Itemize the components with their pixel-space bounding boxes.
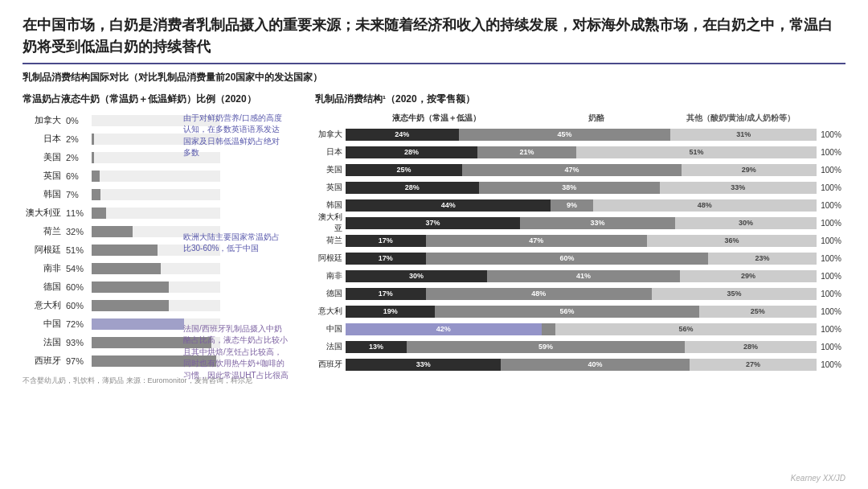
seg-cheese: 56% [435, 306, 698, 318]
stacked-country-label: 日本 [315, 146, 346, 158]
stacked-total: 100% [817, 130, 845, 139]
stacked-total: 100% [817, 343, 845, 351]
stacked-bar-row: 意大利19%56%25%100% [315, 304, 845, 319]
stacked-bar-row: 法国13%59%28%100% [315, 339, 845, 355]
page-title: 在中国市场，白奶是消费者乳制品摄入的重要来源；未来随着经济和收入的持续发展，对标… [23, 14, 845, 64]
bar-country-label: 西班牙 [23, 355, 61, 367]
seg-other: 48% [593, 199, 817, 212]
stacked-total: 100% [817, 201, 845, 210]
stacked-country-label: 南非 [315, 270, 346, 281]
right-chart-header: 液态牛奶（常温＋低温） 奶酪 其他（酸奶/黄油/成人奶粉等） [315, 113, 845, 124]
seg-cheese: 60% [426, 253, 709, 265]
stacked-bars: 24%45%31% [346, 129, 817, 141]
stacked-total: 100% [817, 148, 845, 157]
stacked-country-label: 韩国 [315, 199, 346, 211]
bar-track [92, 189, 220, 200]
left-panel: 常温奶占液态牛奶（常温奶＋低温鲜奶）比例（2020） 加拿大0%日本2%美国2%… [23, 92, 296, 386]
bar-fill [92, 152, 94, 163]
seg-other: 33% [660, 182, 817, 194]
bar-country-label: 意大利 [23, 299, 61, 311]
col-total-header [817, 113, 845, 124]
seg-cheese: 45% [459, 129, 671, 141]
seg-cheese [542, 323, 555, 335]
seg-cheese: 48% [426, 288, 652, 300]
stacked-bars: 25%47%29% [346, 164, 817, 176]
bar-fill [92, 244, 158, 256]
seg-liquid: 33% [346, 359, 501, 371]
bar-pct-label: 2% [66, 134, 88, 144]
kearney-logo: Kearney XX/JD [791, 474, 845, 483]
seg-liquid: 30% [346, 270, 487, 282]
stacked-bar-row: 中国42%56%100% [315, 322, 845, 337]
col-other-header: 其他（酸奶/黄油/成人奶粉等） [665, 113, 817, 124]
bar-country-label: 法国 [23, 336, 61, 348]
seg-other: 28% [685, 341, 817, 353]
page-subtitle: 乳制品消费结构国际对比（对比乳制品消费量前20国家中的发达国家） [23, 71, 845, 84]
seg-other: 23% [708, 253, 817, 265]
bar-country-label: 南非 [23, 262, 61, 274]
stacked-bar-row: 阿根廷17%60%23%100% [315, 251, 845, 266]
stacked-bars: 30%41%29% [346, 270, 817, 282]
left-panel-title: 常温奶占液态牛奶（常温奶＋低温鲜奶）比例（2020） [23, 92, 296, 106]
stacked-country-label: 中国 [315, 323, 346, 335]
bar-pct-label: 6% [66, 171, 88, 181]
bar-fill [92, 208, 106, 219]
stacked-country-label: 美国 [315, 164, 346, 175]
bar-row: 英国6% [23, 168, 296, 184]
bar-country-label: 美国 [23, 151, 61, 163]
stacked-bars: 44%9%48% [346, 199, 817, 212]
stacked-total: 100% [817, 360, 845, 369]
bar-pct-label: 72% [66, 319, 88, 329]
stacked-total: 100% [817, 219, 845, 228]
seg-other: 30% [675, 217, 817, 229]
seg-cheese: 33% [520, 217, 675, 229]
right-panel: 乳制品消费结构¹（2020，按零售额） 液态牛奶（常温＋低温） 奶酪 其他（酸奶… [315, 92, 845, 375]
stacked-total: 100% [817, 307, 845, 316]
stacked-bars: 17%47%36% [346, 235, 817, 247]
seg-liquid: 28% [346, 182, 479, 194]
bar-country-label: 澳大利亚 [23, 207, 61, 219]
seg-liquid: 37% [346, 217, 520, 229]
bar-fill [92, 189, 100, 200]
stacked-country-label: 意大利 [315, 306, 346, 317]
seg-other: 27% [690, 359, 817, 371]
bar-row: 南非54% [23, 261, 296, 277]
seg-liquid: 24% [346, 129, 459, 141]
bar-track [92, 171, 220, 182]
bar-row: 意大利60% [23, 298, 296, 314]
left-chart: 加拿大0%日本2%美国2%英国6%韩国7%澳大利亚11%荷兰32%阿根廷51%南… [23, 113, 296, 369]
seg-liquid: 28% [346, 146, 477, 158]
stacked-total: 100% [817, 325, 845, 334]
stacked-bars: 42%56% [346, 323, 817, 335]
bar-fill [92, 281, 169, 293]
stacked-bar-row: 日本28%21%51%100% [315, 145, 845, 160]
col-cheese-header: 奶酪 [528, 113, 665, 124]
seg-cheese: 9% [551, 199, 592, 212]
stacked-bar-row: 加拿大24%45%31%100% [315, 127, 845, 142]
bar-country-label: 加拿大 [23, 114, 61, 126]
stacked-bars: 28%38%33% [346, 182, 817, 194]
bar-fill [92, 300, 169, 311]
stacked-total: 100% [817, 272, 845, 281]
stacked-bar-row: 美国25%47%29%100% [315, 162, 845, 178]
seg-other: 35% [652, 288, 817, 300]
stacked-bars: 28%21%51% [346, 146, 817, 158]
bar-country-label: 韩国 [23, 188, 61, 200]
bar-track [92, 263, 220, 274]
stacked-bar-row: 澳大利亚37%33%30%100% [315, 216, 845, 231]
bar-pct-label: 60% [66, 301, 88, 310]
bar-track [92, 208, 220, 219]
annotation-1: 由于对鲜奶营养/口感的高度认知，在多数英语语系发达国家及日韩低温鲜奶占绝对多数 [183, 113, 284, 159]
bar-pct-label: 54% [66, 264, 88, 273]
stacked-bars: 17%48%35% [346, 288, 817, 300]
stacked-total: 100% [817, 166, 845, 175]
stacked-bar-row: 韩国44%9%48%100% [315, 198, 845, 213]
stacked-bar-row: 英国28%38%33%100% [315, 180, 845, 195]
stacked-bars: 19%56%25% [346, 306, 817, 318]
seg-cheese: 21% [477, 146, 576, 158]
stacked-country-label: 荷兰 [315, 235, 346, 246]
seg-other: 29% [682, 164, 817, 176]
bar-pct-label: 0% [66, 116, 88, 125]
annotation-3: 法国/西班牙乳制品摄入中奶酪占比高，液态牛奶占比较小且其中烘焙/烹饪占比较高，同… [183, 323, 289, 382]
bar-fill [92, 171, 100, 182]
